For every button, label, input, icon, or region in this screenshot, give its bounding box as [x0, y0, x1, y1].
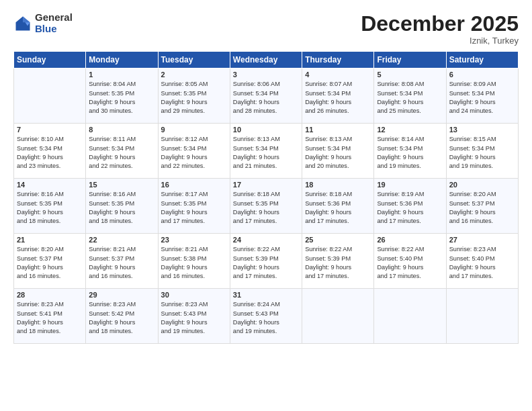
day-cell: 25Sunrise: 8:22 AM Sunset: 5:39 PM Dayli… — [302, 234, 374, 289]
day-number: 23 — [161, 236, 227, 244]
day-info: Sunrise: 8:24 AM Sunset: 5:43 PM Dayligh… — [233, 300, 299, 336]
day-info: Sunrise: 8:22 AM Sunset: 5:39 PM Dayligh… — [305, 245, 371, 281]
day-info: Sunrise: 8:20 AM Sunset: 5:37 PM Dayligh… — [449, 190, 515, 226]
day-info: Sunrise: 8:23 AM Sunset: 5:41 PM Dayligh… — [17, 300, 83, 336]
day-number: 22 — [89, 236, 154, 244]
calendar-table: Sunday Monday Tuesday Wednesday Thursday… — [13, 51, 519, 344]
day-number: 9 — [161, 126, 227, 134]
day-cell — [446, 289, 518, 344]
day-cell: 8Sunrise: 8:11 AM Sunset: 5:34 PM Daylig… — [86, 124, 158, 179]
day-number: 30 — [161, 291, 227, 299]
day-number: 28 — [17, 291, 83, 299]
day-info: Sunrise: 8:19 AM Sunset: 5:36 PM Dayligh… — [377, 190, 443, 226]
day-number: 10 — [233, 126, 299, 134]
day-number: 15 — [89, 181, 154, 189]
day-number: 31 — [233, 291, 299, 299]
day-number: 29 — [89, 291, 154, 299]
day-cell: 26Sunrise: 8:22 AM Sunset: 5:40 PM Dayli… — [374, 234, 446, 289]
day-cell: 31Sunrise: 8:24 AM Sunset: 5:43 PM Dayli… — [230, 289, 302, 344]
day-number: 2 — [161, 71, 227, 79]
day-number: 25 — [305, 236, 371, 244]
logo-icon — [13, 14, 32, 33]
week-row-1: 7Sunrise: 8:10 AM Sunset: 5:34 PM Daylig… — [14, 124, 519, 179]
day-number: 21 — [17, 236, 83, 244]
day-cell: 22Sunrise: 8:21 AM Sunset: 5:37 PM Dayli… — [86, 234, 158, 289]
day-info: Sunrise: 8:09 AM Sunset: 5:34 PM Dayligh… — [449, 80, 515, 116]
day-number: 20 — [449, 181, 515, 189]
day-info: Sunrise: 8:08 AM Sunset: 5:34 PM Dayligh… — [377, 80, 443, 116]
day-number: 27 — [449, 236, 515, 244]
day-cell: 23Sunrise: 8:21 AM Sunset: 5:38 PM Dayli… — [158, 234, 230, 289]
logo-general: General — [35, 12, 73, 24]
day-number: 4 — [305, 71, 371, 79]
day-cell — [302, 289, 374, 344]
day-number: 24 — [233, 236, 299, 244]
day-info: Sunrise: 8:17 AM Sunset: 5:35 PM Dayligh… — [161, 190, 227, 226]
day-number: 7 — [17, 126, 83, 134]
logo-blue: Blue — [35, 24, 73, 35]
day-info: Sunrise: 8:10 AM Sunset: 5:34 PM Dayligh… — [17, 135, 83, 171]
day-cell: 24Sunrise: 8:22 AM Sunset: 5:39 PM Dayli… — [230, 234, 302, 289]
day-cell — [14, 68, 86, 124]
day-info: Sunrise: 8:14 AM Sunset: 5:34 PM Dayligh… — [377, 135, 443, 171]
day-cell: 27Sunrise: 8:23 AM Sunset: 5:40 PM Dayli… — [446, 234, 518, 289]
day-info: Sunrise: 8:18 AM Sunset: 5:36 PM Dayligh… — [305, 190, 371, 226]
day-number: 11 — [305, 126, 371, 134]
day-cell: 2Sunrise: 8:05 AM Sunset: 5:35 PM Daylig… — [158, 68, 230, 124]
day-cell: 7Sunrise: 8:10 AM Sunset: 5:34 PM Daylig… — [14, 124, 86, 179]
svg-marker-1 — [23, 16, 30, 22]
logo: General Blue — [13, 12, 73, 34]
col-monday: Monday — [86, 52, 158, 68]
day-cell: 4Sunrise: 8:07 AM Sunset: 5:34 PM Daylig… — [302, 68, 374, 124]
day-info: Sunrise: 8:11 AM Sunset: 5:34 PM Dayligh… — [89, 135, 154, 171]
day-cell: 11Sunrise: 8:13 AM Sunset: 5:34 PM Dayli… — [302, 124, 374, 179]
day-cell: 1Sunrise: 8:04 AM Sunset: 5:35 PM Daylig… — [86, 68, 158, 124]
day-info: Sunrise: 8:16 AM Sunset: 5:35 PM Dayligh… — [17, 190, 83, 226]
day-info: Sunrise: 8:13 AM Sunset: 5:34 PM Dayligh… — [233, 135, 299, 171]
day-cell: 18Sunrise: 8:18 AM Sunset: 5:36 PM Dayli… — [302, 179, 374, 234]
day-info: Sunrise: 8:22 AM Sunset: 5:40 PM Dayligh… — [377, 245, 443, 281]
day-info: Sunrise: 8:15 AM Sunset: 5:34 PM Dayligh… — [449, 135, 515, 171]
day-number: 26 — [377, 236, 443, 244]
day-info: Sunrise: 8:22 AM Sunset: 5:39 PM Dayligh… — [233, 245, 299, 281]
month-title: December 2025 — [361, 12, 519, 36]
day-cell — [374, 289, 446, 344]
day-cell: 12Sunrise: 8:14 AM Sunset: 5:34 PM Dayli… — [374, 124, 446, 179]
day-number: 16 — [161, 181, 227, 189]
day-info: Sunrise: 8:13 AM Sunset: 5:34 PM Dayligh… — [305, 135, 371, 171]
day-cell: 17Sunrise: 8:18 AM Sunset: 5:35 PM Dayli… — [230, 179, 302, 234]
day-cell: 6Sunrise: 8:09 AM Sunset: 5:34 PM Daylig… — [446, 68, 518, 124]
week-row-4: 28Sunrise: 8:23 AM Sunset: 5:41 PM Dayli… — [14, 289, 519, 344]
day-number: 13 — [449, 126, 515, 134]
day-info: Sunrise: 8:04 AM Sunset: 5:35 PM Dayligh… — [89, 80, 154, 116]
day-cell: 5Sunrise: 8:08 AM Sunset: 5:34 PM Daylig… — [374, 68, 446, 124]
day-number: 1 — [89, 71, 154, 79]
day-number: 5 — [377, 71, 443, 79]
location-subtitle: Iznik, Turkey — [361, 36, 519, 46]
header-row: Sunday Monday Tuesday Wednesday Thursday… — [14, 52, 519, 68]
col-wednesday: Wednesday — [230, 52, 302, 68]
day-info: Sunrise: 8:07 AM Sunset: 5:34 PM Dayligh… — [305, 80, 371, 116]
week-row-3: 21Sunrise: 8:20 AM Sunset: 5:37 PM Dayli… — [14, 234, 519, 289]
page: General Blue December 2025 Iznik, Turkey… — [0, 0, 532, 411]
day-cell: 13Sunrise: 8:15 AM Sunset: 5:34 PM Dayli… — [446, 124, 518, 179]
day-cell: 3Sunrise: 8:06 AM Sunset: 5:34 PM Daylig… — [230, 68, 302, 124]
day-cell: 15Sunrise: 8:16 AM Sunset: 5:35 PM Dayli… — [86, 179, 158, 234]
week-row-2: 14Sunrise: 8:16 AM Sunset: 5:35 PM Dayli… — [14, 179, 519, 234]
col-sunday: Sunday — [14, 52, 86, 68]
day-info: Sunrise: 8:18 AM Sunset: 5:35 PM Dayligh… — [233, 190, 299, 226]
week-row-0: 1Sunrise: 8:04 AM Sunset: 5:35 PM Daylig… — [14, 68, 519, 124]
col-friday: Friday — [374, 52, 446, 68]
day-info: Sunrise: 8:23 AM Sunset: 5:40 PM Dayligh… — [449, 245, 515, 281]
day-cell: 21Sunrise: 8:20 AM Sunset: 5:37 PM Dayli… — [14, 234, 86, 289]
day-info: Sunrise: 8:16 AM Sunset: 5:35 PM Dayligh… — [89, 190, 154, 226]
day-cell: 16Sunrise: 8:17 AM Sunset: 5:35 PM Dayli… — [158, 179, 230, 234]
day-info: Sunrise: 8:12 AM Sunset: 5:34 PM Dayligh… — [161, 135, 227, 171]
day-info: Sunrise: 8:05 AM Sunset: 5:35 PM Dayligh… — [161, 80, 227, 116]
day-number: 3 — [233, 71, 299, 79]
day-number: 14 — [17, 181, 83, 189]
day-number: 17 — [233, 181, 299, 189]
day-info: Sunrise: 8:20 AM Sunset: 5:37 PM Dayligh… — [17, 245, 83, 281]
col-tuesday: Tuesday — [158, 52, 230, 68]
day-cell: 9Sunrise: 8:12 AM Sunset: 5:34 PM Daylig… — [158, 124, 230, 179]
